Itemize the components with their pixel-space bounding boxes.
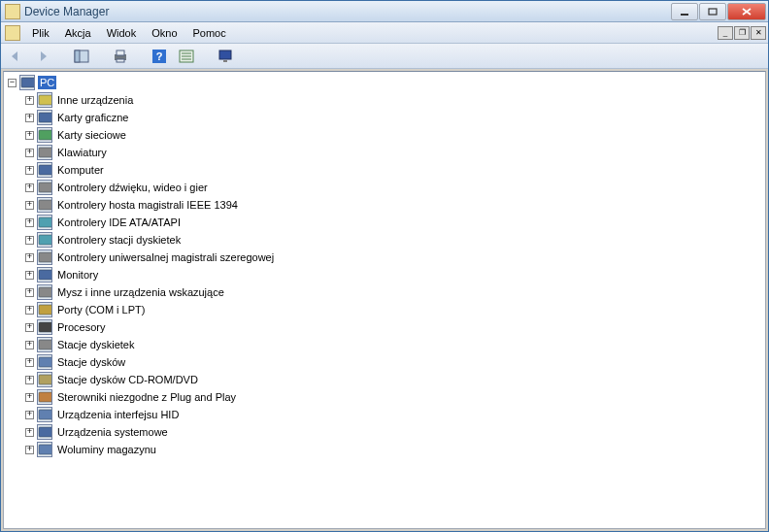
svg-rect-23 <box>39 217 51 227</box>
back-button[interactable] <box>5 46 26 67</box>
tree-item-label[interactable]: Kontrolery uniwersalnej magistrali szere… <box>55 250 276 264</box>
tree-item-label[interactable]: Stacje dysków CD-ROM/DVD <box>55 373 200 386</box>
tree-item-label[interactable]: Karty sieciowe <box>55 128 128 142</box>
tree-item[interactable]: +Urządzenia systemowe <box>8 423 765 441</box>
tree-root-label[interactable]: PC <box>38 76 56 89</box>
maximize-button[interactable] <box>699 3 726 20</box>
expander-icon[interactable]: + <box>25 306 34 315</box>
tree-item-label[interactable]: Klawiatury <box>55 146 109 159</box>
tree-item-label[interactable]: Urządzenia systemowe <box>55 425 170 439</box>
tree-item[interactable]: +Klawiatury <box>8 144 765 161</box>
tree-item[interactable]: +Stacje dysków CD-ROM/DVD <box>8 371 765 388</box>
tree-item[interactable]: +Stacje dysków <box>8 353 765 371</box>
expander-icon[interactable]: + <box>25 114 34 122</box>
tree-item[interactable]: +Urządzenia interfejsu HID <box>8 406 765 423</box>
expander-icon[interactable]: + <box>25 446 34 454</box>
tree-item-label[interactable]: Kontrolery IDE ATA/ATAPI <box>55 216 183 229</box>
tree-item[interactable]: +Porty (COM i LPT) <box>8 301 765 318</box>
tree-item-label[interactable]: Woluminy magazynu <box>55 443 158 456</box>
expander-icon[interactable]: + <box>25 271 34 280</box>
mdi-minimize-button[interactable]: _ <box>718 26 733 40</box>
tree-item-label[interactable]: Procesory <box>55 320 108 334</box>
tree-item[interactable]: +Karty graficzne <box>8 109 765 126</box>
toolbar-button-4[interactable] <box>215 46 236 67</box>
expander-icon[interactable]: + <box>25 376 34 384</box>
tree-item-label[interactable]: Kontrolery dźwięku, wideo i gier <box>55 181 210 194</box>
tree-item[interactable]: +Inne urządzenia <box>8 91 765 109</box>
tree-item[interactable]: +Kontrolery uniwersalnej magistrali szer… <box>8 249 765 266</box>
tree-item[interactable]: +Stacje dyskietek <box>8 336 765 353</box>
toolbar-button-2[interactable] <box>110 46 131 67</box>
ide-icon <box>37 215 52 230</box>
close-button[interactable] <box>727 3 766 20</box>
toolbar-button-3[interactable] <box>176 46 197 67</box>
expander-icon[interactable]: + <box>25 201 34 210</box>
maximize-icon <box>708 8 718 16</box>
tree-item[interactable]: +Kontrolery IDE ATA/ATAPI <box>8 214 765 231</box>
tree-item[interactable]: +Kontrolery stacji dyskietek <box>8 231 765 249</box>
expander-icon[interactable]: + <box>25 411 34 419</box>
menu-widok[interactable]: Widok <box>99 25 145 41</box>
tree-item-label[interactable]: Mysz i inne urządzenia wskazujące <box>55 285 226 299</box>
expander-icon[interactable]: + <box>25 236 34 245</box>
tree-item[interactable]: +Kontrolery hosta magistrali IEEE 1394 <box>8 196 765 214</box>
expander-icon[interactable]: + <box>25 131 34 140</box>
expander-icon[interactable]: + <box>25 96 34 105</box>
svg-rect-3 <box>75 50 80 62</box>
expander-icon[interactable]: − <box>8 79 17 87</box>
tree-item-label[interactable]: Sterowniki niezgodne z Plug and Play <box>55 390 238 404</box>
menu-plik[interactable]: Plik <box>24 25 57 41</box>
tree-item-label[interactable]: Komputer <box>55 163 106 177</box>
expander-icon[interactable]: + <box>25 149 34 157</box>
menubar: Plik Akcja Widok Okno Pomoc _ ❐ ✕ <box>1 22 768 44</box>
svg-rect-20 <box>39 165 51 175</box>
volume-icon <box>37 442 52 457</box>
tree-item[interactable]: +Mysz i inne urządzenia wskazujące <box>8 283 765 301</box>
tree-item-label[interactable]: Urządzenia interfejsu HID <box>55 408 181 421</box>
expander-icon[interactable]: + <box>25 358 34 367</box>
expander-icon[interactable]: + <box>25 253 34 262</box>
close-icon <box>742 8 752 16</box>
toolbar-button-1[interactable] <box>71 46 92 67</box>
expander-icon[interactable]: + <box>25 393 34 402</box>
disk-icon <box>37 354 52 370</box>
mdi-restore-button[interactable]: ❐ <box>734 26 750 40</box>
tree-item[interactable]: +Komputer <box>8 161 765 179</box>
tree-root[interactable]: −PC <box>8 74 765 91</box>
port-icon <box>37 302 52 317</box>
tree-item[interactable]: +Karty sieciowe <box>8 126 765 144</box>
tree-item-label[interactable]: Karty graficzne <box>55 111 130 124</box>
expander-icon[interactable]: + <box>25 166 34 175</box>
tree-item-label[interactable]: Stacje dyskietek <box>55 338 136 351</box>
window-controls <box>671 3 766 20</box>
svg-rect-33 <box>39 392 51 402</box>
tree-item-label[interactable]: Stacje dysków <box>55 355 127 369</box>
hid-icon <box>37 407 52 422</box>
tree-item-label[interactable]: Monitory <box>55 268 100 282</box>
menu-akcja[interactable]: Akcja <box>57 25 99 41</box>
device-tree[interactable]: −PC+Inne urządzenia+Karty graficzne+Kart… <box>4 72 765 460</box>
tree-item[interactable]: +Sterowniki niezgodne z Plug and Play <box>8 388 765 406</box>
tree-item[interactable]: +Monitory <box>8 266 765 283</box>
expander-icon[interactable]: + <box>25 341 34 349</box>
expander-icon[interactable]: + <box>25 218 34 227</box>
expander-icon[interactable]: + <box>25 288 34 297</box>
tree-item[interactable]: +Kontrolery dźwięku, wideo i gier <box>8 179 765 196</box>
computer-icon <box>19 75 35 90</box>
expander-icon[interactable]: + <box>25 323 34 332</box>
mdi-close-button[interactable]: ✕ <box>751 26 766 40</box>
menu-pomoc[interactable]: Pomoc <box>185 25 234 41</box>
tree-item-label[interactable]: Kontrolery stacji dyskietek <box>55 233 183 247</box>
expander-icon[interactable]: + <box>25 428 34 437</box>
expander-icon[interactable]: + <box>25 183 34 192</box>
tree-item[interactable]: +Procesory <box>8 318 765 336</box>
keyboard-icon <box>37 145 52 160</box>
help-button[interactable]: ? <box>149 46 170 67</box>
tree-item-label[interactable]: Kontrolery hosta magistrali IEEE 1394 <box>55 198 240 212</box>
tree-item[interactable]: +Woluminy magazynu <box>8 441 765 458</box>
menu-okno[interactable]: Okno <box>144 25 184 41</box>
forward-button[interactable] <box>32 46 53 67</box>
tree-item-label[interactable]: Inne urządzenia <box>55 93 135 107</box>
tree-item-label[interactable]: Porty (COM i LPT) <box>55 303 147 316</box>
minimize-button[interactable] <box>671 3 698 20</box>
